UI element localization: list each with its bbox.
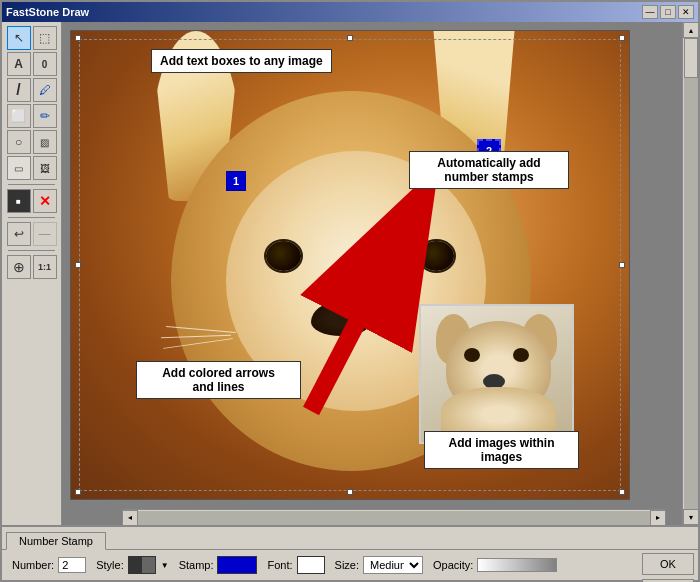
handle-tr[interactable]: [619, 35, 625, 41]
style-field-group: Style: ▼: [96, 556, 168, 574]
handle-bm[interactable]: [347, 489, 353, 495]
size-select[interactable]: Small Medium Large: [363, 556, 423, 574]
horizontal-scrollbar[interactable]: ◂ ▸: [122, 509, 666, 525]
scroll-left-button[interactable]: ◂: [122, 510, 138, 526]
number-field-group: Number:: [12, 557, 86, 573]
opacity-slider[interactable]: [477, 558, 557, 572]
crop-tool[interactable]: ⬚: [33, 26, 57, 50]
image-tool[interactable]: 🖼: [33, 156, 57, 180]
tool-row-4: ⬜ ✏: [4, 104, 59, 128]
stamp-tool[interactable]: 0: [33, 52, 57, 76]
bottom-panel: Number Stamp Number: Style: ▼: [2, 525, 698, 580]
puppy-inset-image: [419, 304, 574, 444]
h-scroll-track: [138, 511, 650, 525]
arrows-label: Add colored arrowsand lines: [162, 366, 275, 394]
handle-mr[interactable]: [619, 262, 625, 268]
tool-row-3: / 🖊: [4, 78, 59, 102]
v-scroll-track: [684, 38, 698, 509]
maximize-button[interactable]: □: [660, 5, 676, 19]
toolbar: ↖ ⬚ A 0 / 🖊 ⬜ ✏ ○ ▨ ▭ 🖼: [2, 22, 62, 525]
color1-swatch[interactable]: ■: [7, 189, 31, 213]
close-button[interactable]: ✕: [678, 5, 694, 19]
handle-bl[interactable]: [75, 489, 81, 495]
canvas-area[interactable]: 1 2: [62, 22, 682, 525]
circle-tool[interactable]: ○: [7, 130, 31, 154]
minimize-button[interactable]: —: [642, 5, 658, 19]
stamp-color-blue: [218, 557, 256, 573]
scroll-up-button[interactable]: ▴: [683, 22, 699, 38]
annotation-images: Add images withinimages: [424, 431, 579, 469]
handle-br[interactable]: [619, 489, 625, 495]
font-label: Font:: [267, 559, 292, 571]
annotation-arrows: Add colored arrowsand lines: [136, 361, 301, 399]
style-dropdown-arrow: ▼: [161, 561, 169, 570]
scroll-down-button[interactable]: ▾: [683, 509, 699, 525]
swatch-mid: [142, 557, 155, 573]
toolbar-divider-3: [8, 250, 55, 251]
stamp-field-group: Stamp:: [179, 556, 258, 574]
eraser-tool[interactable]: ▭: [7, 156, 31, 180]
tool-row-2: A 0: [4, 52, 59, 76]
v-scroll-thumb[interactable]: [684, 38, 698, 78]
canvas-wrapper: 1 2: [70, 30, 630, 500]
size-field-group: Size: Small Medium Large: [335, 556, 423, 574]
toolbar-divider-2: [8, 217, 55, 218]
number-input[interactable]: [58, 557, 86, 573]
fox-eye-right: [419, 241, 454, 271]
tool-row-zoom: ⊕ 1:1: [4, 255, 59, 279]
swatch-dark: [129, 557, 142, 573]
images-label: Add images withinimages: [448, 436, 554, 464]
stamp-color-swatch[interactable]: [217, 556, 257, 574]
window-controls: — □ ✕: [642, 5, 694, 19]
annotation-number-stamp: Automatically add number stamps: [409, 151, 569, 189]
fox-nose: [311, 301, 371, 336]
handle-ml[interactable]: [75, 262, 81, 268]
ok-button[interactable]: OK: [642, 553, 694, 575]
picker-tool[interactable]: 🖊: [33, 78, 57, 102]
puppy-eye-right: [513, 348, 529, 362]
opacity-label: Opacity:: [433, 559, 473, 571]
tab-number-stamp[interactable]: Number Stamp: [6, 532, 106, 550]
handle-tm[interactable]: [347, 35, 353, 41]
fox-eye-left: [266, 241, 301, 271]
style-label: Style:: [96, 559, 124, 571]
select-tool[interactable]: ↖: [7, 26, 31, 50]
color2-swatch[interactable]: ✕: [33, 189, 57, 213]
text-tool[interactable]: A: [7, 52, 31, 76]
tab-content: Number: Style: ▼ Stamp:: [2, 549, 698, 580]
opacity-field-group: Opacity:: [433, 558, 557, 572]
rect-tool[interactable]: ⬜: [7, 104, 31, 128]
tool-row-6: ▭ 🖼: [4, 156, 59, 180]
fill-tool[interactable]: ▨: [33, 130, 57, 154]
annotation-text-box: Add text boxes to any image: [151, 49, 332, 73]
scroll-right-button[interactable]: ▸: [650, 510, 666, 526]
line-tool[interactable]: /: [7, 78, 31, 102]
pencil-tool[interactable]: ✏: [33, 104, 57, 128]
tool-row-5: ○ ▨: [4, 130, 59, 154]
handle-tl[interactable]: [75, 35, 81, 41]
zoom-label[interactable]: 1:1: [33, 255, 57, 279]
stamp-marker-1[interactable]: 1: [226, 171, 246, 191]
tool-row-colors: ■ ✕: [4, 189, 59, 213]
zoom-button[interactable]: ⊕: [7, 255, 31, 279]
opacity-gradient: [478, 559, 556, 571]
title-bar: FastStone Draw — □ ✕: [2, 2, 698, 22]
style-color-swatch[interactable]: [128, 556, 156, 574]
size-label: Size:: [335, 559, 359, 571]
bottom-controls-wrapper: Number: Style: ▼ Stamp:: [2, 549, 698, 580]
tool-row-undo: ↩ —: [4, 222, 59, 246]
undo-button[interactable]: ↩: [7, 222, 31, 246]
window-title: FastStone Draw: [6, 6, 89, 18]
tab-bar: Number Stamp: [2, 527, 698, 549]
redo-button[interactable]: —: [33, 222, 57, 246]
main-content: ↖ ⬚ A 0 / 🖊 ⬜ ✏ ○ ▨ ▭ 🖼: [2, 22, 698, 525]
puppy-eye-left: [464, 348, 480, 362]
vertical-scrollbar[interactable]: ▴ ▾: [682, 22, 698, 525]
font-swatch[interactable]: [297, 556, 325, 574]
toolbar-divider-1: [8, 184, 55, 185]
number-label: Number:: [12, 559, 54, 571]
font-field-group: Font:: [267, 556, 324, 574]
main-window: FastStone Draw — □ ✕ ↖ ⬚ A 0 / 🖊 ⬜ ✏: [0, 0, 700, 582]
tool-row-1: ↖ ⬚: [4, 26, 59, 50]
stamp-label: Stamp:: [179, 559, 214, 571]
